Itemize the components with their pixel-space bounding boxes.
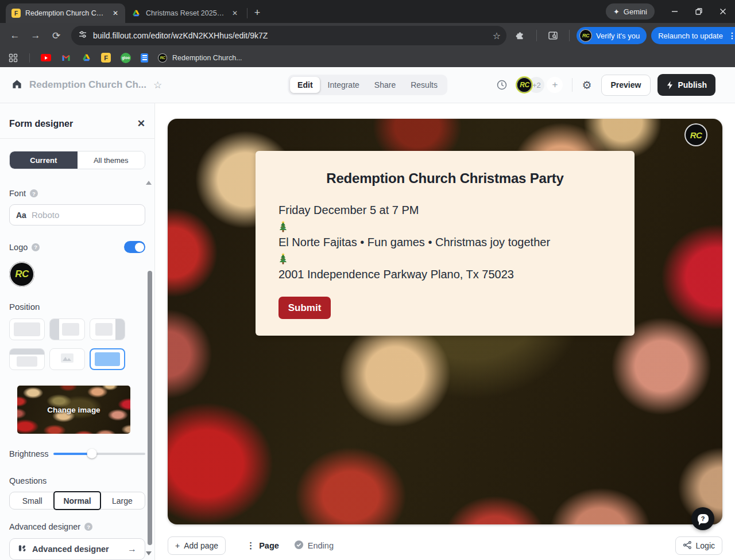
relaunch-label: Relaunch to update	[658, 32, 723, 40]
logo-toggle[interactable]	[124, 241, 145, 253]
restore-button[interactable]	[687, 0, 711, 23]
question-size-options: Small Normal Large	[9, 492, 145, 510]
close-panel-icon[interactable]: ✕	[137, 118, 145, 130]
page-label[interactable]: Page	[259, 541, 279, 550]
size-option-small[interactable]: Small	[10, 492, 55, 509]
forward-icon[interactable]: →	[26, 26, 45, 45]
profile-avatar: RC	[579, 29, 592, 42]
bookmark-star-icon[interactable]: ☆	[493, 30, 501, 41]
side-panel-search-icon[interactable]	[544, 26, 562, 45]
rc-bookmark-icon[interactable]: RC	[158, 53, 167, 63]
version-history-icon[interactable]	[496, 79, 508, 91]
tab-title: Christmas Reset 2025 - Google	[146, 9, 225, 17]
close-window-button[interactable]	[711, 0, 735, 23]
back-icon[interactable]: ←	[6, 26, 24, 45]
form-designer-panel: Form designer ✕ Current All themes Font …	[0, 103, 155, 560]
add-page-label: Add page	[184, 541, 218, 550]
scroll-up-arrow[interactable]	[146, 181, 152, 185]
size-option-large[interactable]: Large	[100, 492, 145, 509]
background-image-thumbnail[interactable]: Change image	[17, 386, 130, 434]
address-bar[interactable]: build.fillout.com/editor/wzKdN2KXHhus/ed…	[71, 26, 506, 45]
page-tab[interactable]: ⋮ Page	[246, 540, 279, 551]
form-card-title[interactable]: Redemption Church Christmas Party	[278, 170, 612, 186]
verify-its-you-button[interactable]: RC Verify it's you	[577, 27, 647, 44]
slider-thumb[interactable]	[87, 449, 97, 458]
ending-tab[interactable]: Ending	[294, 540, 334, 551]
form-card[interactable]: Redemption Church Christmas Party Friday…	[256, 151, 635, 336]
more-vertical-icon[interactable]: ⋮	[728, 31, 735, 40]
add-collaborator-button[interactable]: +	[547, 77, 563, 93]
font-select[interactable]: Aa Roboto	[9, 204, 145, 225]
bookmarks-bar: F gloo RC Redemption Church...	[0, 48, 735, 67]
tab-share[interactable]: Share	[367, 77, 403, 93]
position-option-none[interactable]	[9, 318, 45, 340]
font-help-icon[interactable]: ?	[30, 189, 38, 197]
publish-button[interactable]: Publish	[657, 74, 715, 96]
submit-button[interactable]: Submit	[278, 297, 331, 319]
logic-button[interactable]: Logic	[675, 536, 722, 555]
browser-tab-fillout[interactable]: F Redemption Church Christmas ✕	[6, 3, 125, 23]
position-option-image[interactable]	[49, 348, 85, 370]
url-text[interactable]: build.fillout.com/editor/wzKdN2KXHhus/ed…	[93, 31, 487, 40]
tab-edit[interactable]: Edit	[290, 77, 320, 93]
scroll-down-arrow[interactable]	[146, 551, 152, 555]
brightness-label: Brightness	[9, 449, 53, 458]
ending-label[interactable]: Ending	[308, 541, 334, 550]
position-option-top-strip[interactable]	[9, 348, 45, 370]
tab-current-theme[interactable]: Current	[10, 151, 78, 169]
form-line-details[interactable]: El Norte Fajitas • Fun games • Christmas…	[278, 234, 612, 251]
form-line-address[interactable]: 2001 Independence Parkway Plano, Tx 7502…	[278, 266, 612, 283]
tab-all-themes[interactable]: All themes	[78, 151, 145, 169]
gemini-spark-icon: ✦	[613, 7, 620, 16]
favorite-star-icon[interactable]: ☆	[153, 79, 162, 91]
reload-icon[interactable]: ⟳	[47, 26, 65, 45]
drive-bookmark-icon[interactable]	[81, 53, 91, 63]
tune-icon[interactable]	[78, 30, 87, 41]
form-canvas[interactable]: RC Redemption Church Christmas Party Fri…	[168, 119, 722, 524]
tab-strip: F Redemption Church Christmas ✕ Christma…	[0, 0, 735, 23]
help-question-icon: ?	[698, 514, 709, 523]
sidebar-scrollbar[interactable]	[148, 271, 152, 545]
docs-bookmark-icon[interactable]	[141, 53, 148, 63]
toolbar-divider	[569, 30, 570, 41]
size-option-normal[interactable]: Normal	[55, 492, 99, 509]
settings-gear-icon[interactable]: ⚙	[582, 79, 591, 92]
fillout-bookmark-icon[interactable]: F	[101, 53, 111, 63]
gemini-button[interactable]: ✦ Gemini	[606, 3, 655, 20]
font-value: Roboto	[32, 210, 59, 220]
position-option-left-strip[interactable]	[49, 318, 85, 340]
logo-preview[interactable]: RC	[9, 262, 34, 287]
new-tab-button[interactable]: +	[250, 5, 265, 20]
home-icon[interactable]	[11, 79, 22, 92]
extensions-icon[interactable]	[511, 26, 529, 45]
browser-tab-drive[interactable]: Christmas Reset 2025 - Google ✕	[125, 3, 245, 23]
bookmark-label[interactable]: Redemption Church...	[172, 54, 242, 62]
position-option-fullscreen[interactable]	[90, 348, 125, 370]
tab-close-icon[interactable]: ✕	[110, 8, 121, 18]
gmail-bookmark-icon[interactable]	[61, 53, 71, 63]
slider-track[interactable]	[53, 453, 145, 455]
brightness-slider[interactable]	[53, 449, 145, 458]
tab-close-icon[interactable]: ✕	[230, 8, 240, 18]
preview-button[interactable]: Preview	[601, 75, 651, 96]
christmas-tree-emoji	[278, 251, 612, 266]
help-button[interactable]: ?	[691, 507, 714, 530]
editor-main: RC Redemption Church Christmas Party Fri…	[155, 103, 735, 560]
form-line-datetime[interactable]: Friday December 5 at 7 PM	[278, 202, 612, 219]
tab-integrate[interactable]: Integrate	[320, 77, 367, 93]
gloo-bookmark-icon[interactable]: gloo	[121, 53, 131, 63]
form-title[interactable]: Redemption Church Ch...	[29, 79, 146, 91]
tab-results[interactable]: Results	[403, 77, 445, 93]
relaunch-to-update-button[interactable]: Relaunch to update ⋮	[651, 27, 735, 44]
apps-grid-icon[interactable]	[8, 53, 18, 63]
logo-help-icon[interactable]: ?	[32, 243, 40, 251]
change-image-label[interactable]: Change image	[47, 406, 100, 414]
advanced-designer-button[interactable]: Advanced designer →	[9, 538, 145, 560]
drag-dots-icon[interactable]: ⋮	[246, 540, 254, 551]
youtube-bookmark-icon[interactable]	[41, 54, 51, 61]
add-page-button[interactable]: + Add page	[168, 536, 226, 555]
advanced-help-icon[interactable]: ?	[84, 523, 92, 531]
minimize-button[interactable]	[663, 0, 687, 23]
position-option-right-strip[interactable]	[90, 318, 125, 340]
toolbar-divider	[536, 30, 537, 41]
